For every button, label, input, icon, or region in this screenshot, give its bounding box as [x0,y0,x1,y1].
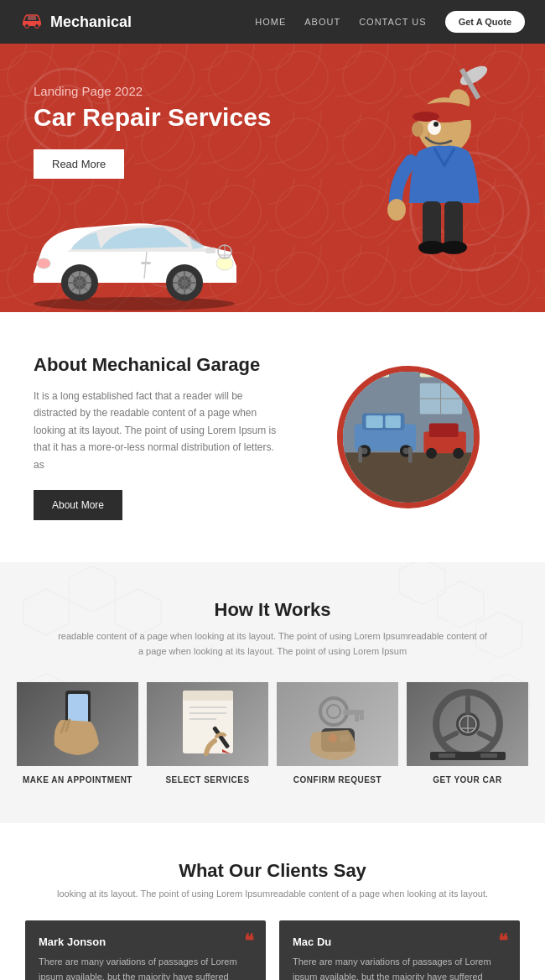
svg-rect-44 [141,262,151,264]
svg-rect-20 [423,201,441,248]
testimonial-text-2: There are many variations of passages of… [293,955,506,980]
svg-rect-71 [420,373,451,378]
about-text: About Mechanical Garage It is a long est… [34,354,281,520]
testimonials-section: What Our Clients Say looking at its layo… [0,823,545,980]
svg-line-104 [441,733,456,741]
hero-cta-button[interactable]: Read More [34,149,124,179]
svg-rect-62 [359,447,363,462]
testimonial-card-2: Mac Du ❝ There are many variations of pa… [279,920,520,980]
svg-rect-65 [429,423,459,437]
svg-rect-3 [28,16,36,20]
step-appointment: MAKE AN APPOINTMENT [17,682,138,786]
step-appointment-image [17,682,138,766]
about-title: About Mechanical Garage [34,354,281,376]
svg-point-93 [327,705,340,718]
svg-rect-57 [386,415,401,428]
svg-point-23 [440,241,467,254]
car-illustration [17,203,252,312]
nav-links: HOME ABOUT CONTACT US Get A Quote [255,11,525,33]
step-get-car-image [407,682,528,766]
svg-rect-111 [480,753,497,758]
nav-logo: Mechanical [20,10,132,34]
testimonial-text-1: There are many variations of passages of… [39,955,252,980]
nav-contact[interactable]: CONTACT US [359,17,427,27]
step-confirm: CONFIRM REQUEST [277,682,398,786]
testimonial-name-1: Mark Jonson [39,936,252,948]
svg-rect-56 [366,415,383,428]
svg-line-105 [480,733,495,741]
svg-rect-94 [343,710,364,715]
quote-icon-1: ❝ [244,932,254,951]
how-title: How It Works [17,599,528,621]
how-steps: MAKE AN APPOINTMENT [17,682,528,786]
step-services-label: SELECT SERVICES [165,774,249,786]
step-appointment-label: MAKE AN APPOINTMENT [23,774,132,786]
svg-rect-69 [350,387,353,406]
car-svg [17,203,252,312]
svg-rect-63 [408,447,413,462]
about-more-button[interactable]: About More [34,490,122,520]
hero-subtitle: Landing Page 2022 [34,84,511,98]
logo-text: Mechanical [50,13,132,31]
svg-rect-68 [345,383,348,407]
step-confirm-label: CONFIRM REQUEST [293,774,382,786]
svg-rect-45 [205,248,215,253]
quote-icon-2: ❝ [498,932,508,951]
svg-point-19 [387,199,406,221]
svg-point-24 [34,297,235,310]
hero-title: Car Repair Services [34,103,511,131]
how-description: readable content of a page when looking … [54,629,490,659]
step-get-car: GET YOUR CAR [407,682,528,786]
svg-rect-70 [359,373,390,378]
nav-home[interactable]: HOME [255,17,286,27]
nav-about[interactable]: ABOUT [304,17,340,27]
garage-image [343,372,474,503]
step-confirm-image [277,682,398,766]
navbar: Mechanical HOME ABOUT CONTACT US Get A Q… [0,0,545,44]
car-icon [20,10,44,34]
phone-svg [36,686,120,762]
svg-rect-86 [183,691,233,701]
testimonial-name-2: Mac Du [293,936,506,948]
testimonials-cards: Mark Jonson ❝ There are many variations … [25,920,520,980]
svg-rect-21 [444,201,463,248]
svg-point-61 [403,448,409,454]
svg-point-2 [35,24,39,29]
hero-content: Landing Page 2022 Car Repair Services Re… [0,44,545,179]
how-section: How It Works readable content of a page … [0,562,545,823]
svg-point-66 [426,448,437,459]
hero-section: Landing Page 2022 Car Repair Services Re… [0,44,545,312]
garage-scene-svg [343,366,474,508]
svg-rect-110 [439,753,455,758]
signing-svg [166,686,250,762]
step-get-car-label: GET YOUR CAR [433,774,502,786]
testimonials-title: What Our Clients Say [25,860,520,882]
about-description: It is a long established fact that a rea… [34,388,281,473]
about-section: About Mechanical Garage It is a long est… [0,312,545,562]
steering-svg [426,686,510,762]
svg-rect-96 [360,715,364,720]
svg-marker-77 [399,562,445,604]
testimonials-description: looking at its layout. The point of usin… [25,889,520,899]
garage-image-circle [337,366,480,508]
svg-point-67 [453,448,464,459]
svg-rect-95 [355,715,359,722]
get-quote-button[interactable]: Get A Quote [445,11,525,33]
keys-svg [296,686,380,762]
testimonial-card-1: Mark Jonson ❝ There are many variations … [25,920,266,980]
svg-point-27 [37,258,50,268]
about-image [306,366,511,508]
step-services-image [147,682,268,766]
svg-point-59 [361,448,367,454]
step-services: SELECT SERVICES [147,682,268,786]
svg-point-1 [25,24,29,29]
